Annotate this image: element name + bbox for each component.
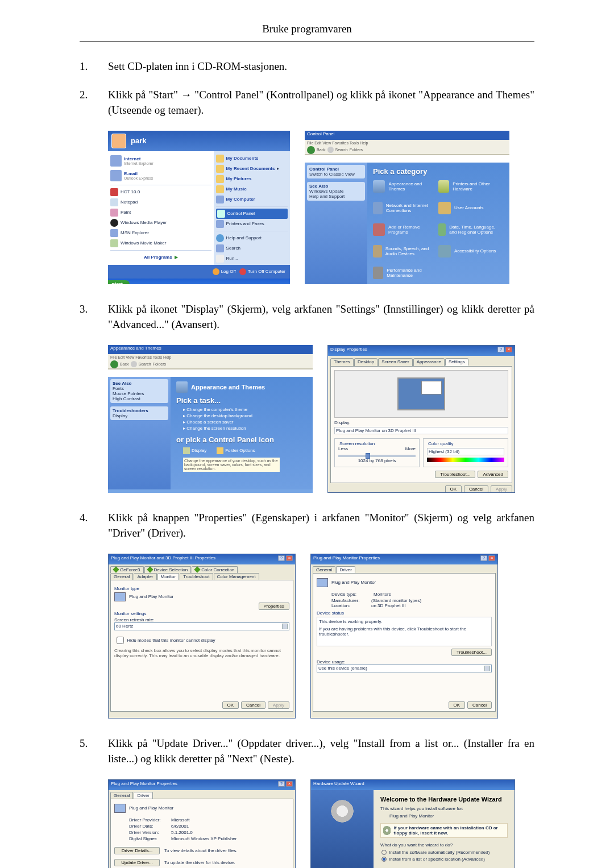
help-icon[interactable]: ?	[497, 347, 504, 352]
task-ss[interactable]: ▸ Choose a screen saver	[183, 420, 307, 425]
back-button-icon[interactable]	[307, 146, 315, 154]
start-item-printers[interactable]: Printers and Faxes	[216, 219, 288, 229]
device-usage-combo[interactable]: Use this device (enable)	[317, 665, 492, 672]
help-support-link[interactable]: Help and Support	[309, 194, 363, 199]
close-icon[interactable]: ×	[505, 347, 512, 352]
tab-troubleshoot[interactable]: Troubleshoot	[180, 573, 213, 580]
wizard-option-list[interactable]: Install from a list or specific location…	[381, 857, 508, 862]
start-button[interactable]: start	[108, 280, 130, 284]
start-item-notepad[interactable]: Notepad	[110, 197, 211, 207]
ok-button[interactable]: OK	[222, 701, 239, 709]
tab-geforce[interactable]: GeForce3	[110, 566, 144, 573]
category-datetime[interactable]: Date, Time, Language, and Regional Optio…	[438, 223, 504, 236]
start-item-control-panel[interactable]: Control Panel	[216, 209, 288, 219]
close-icon[interactable]: ×	[286, 555, 293, 561]
tab-driver[interactable]: Driver	[134, 792, 152, 799]
cancel-button[interactable]: Cancel	[464, 485, 488, 493]
tab-driver[interactable]: Driver	[336, 566, 355, 573]
tab-device-selection[interactable]: Device Selection	[144, 566, 192, 573]
monitor-icon	[114, 804, 126, 813]
category-performance[interactable]: Performance and Maintenance	[373, 267, 438, 279]
start-item-mypics[interactable]: My Pictures	[216, 174, 288, 184]
category-addremove[interactable]: Add or Remove Programs	[373, 223, 438, 236]
forward-button-icon[interactable]	[327, 147, 334, 153]
search-button[interactable]: Search	[335, 148, 348, 152]
category-network[interactable]: Network and Internet Connections	[373, 202, 438, 214]
task-res[interactable]: ▸ Change the screen resolution	[183, 426, 307, 431]
forward-button-icon[interactable]	[131, 361, 137, 367]
update-driver-button[interactable]: Update Driver...	[114, 859, 160, 866]
start-item-email[interactable]: E-mailOutlook Express	[110, 168, 211, 183]
tab-adapter[interactable]: Adapter	[134, 573, 156, 580]
driver-details-button[interactable]: Driver Details...	[114, 847, 160, 854]
cp-icon-folder-options[interactable]: Folder Options	[217, 447, 255, 454]
apply-button[interactable]: Apply	[268, 701, 289, 709]
start-item-wmp[interactable]: Windows Media Player	[110, 218, 211, 228]
start-item-help[interactable]: Help and Support	[216, 233, 288, 243]
turnoff-button[interactable]: Turn Off Computer	[239, 268, 285, 275]
tab-color-correction[interactable]: Color Correction	[192, 566, 238, 573]
start-item-msn[interactable]: MSN Explorer	[110, 228, 211, 238]
wizard-option-auto[interactable]: Install the software automatically (Reco…	[381, 850, 508, 855]
folders-button[interactable]: Folders	[350, 148, 363, 152]
tab-appearance[interactable]: Appearance	[413, 358, 445, 366]
resolution-slider[interactable]	[338, 455, 416, 457]
category-appearance[interactable]: Appearance and Themes	[373, 180, 438, 193]
start-item-run[interactable]: Run...	[216, 254, 288, 264]
start-item-paint[interactable]: Paint	[110, 207, 211, 218]
address-bar[interactable]	[305, 155, 509, 163]
switch-classic-link[interactable]: Switch to Classic View	[309, 172, 363, 177]
troubleshoot-button[interactable]: Troubleshoot...	[435, 471, 475, 478]
close-icon[interactable]: ×	[286, 781, 293, 787]
tab-screensaver[interactable]: Screen Saver	[378, 358, 412, 366]
start-item-search[interactable]: Search	[216, 243, 288, 254]
windows-update-link[interactable]: Windows Update	[309, 189, 363, 194]
window-buttons[interactable]: ?×	[497, 347, 512, 355]
tab-desktop[interactable]: Desktop	[354, 358, 377, 366]
start-item-movie[interactable]: Windows Movie Maker	[110, 238, 211, 248]
cancel-button[interactable]: Cancel	[241, 701, 265, 709]
color-quality-combo[interactable]: Highest (32 bit)	[427, 448, 504, 455]
apply-button[interactable]: Apply	[491, 485, 512, 493]
category-sounds[interactable]: Sounds, Speech, and Audio Devices	[373, 245, 438, 258]
logoff-button[interactable]: Log Off	[213, 268, 236, 275]
refresh-rate-combo[interactable]: 60 Hertz	[114, 622, 289, 630]
start-item-mycomp[interactable]: My Computer	[216, 194, 288, 205]
task-bg[interactable]: ▸ Change the desktop background	[183, 413, 307, 418]
category-users[interactable]: User Accounts	[438, 202, 504, 214]
properties-button[interactable]: Properties	[259, 603, 289, 610]
category-printers[interactable]: Printers and Other Hardware	[438, 180, 504, 193]
back-button-icon[interactable]	[110, 360, 118, 368]
help-icon[interactable]: ?	[278, 555, 285, 561]
tab-general[interactable]: General	[110, 573, 133, 580]
start-all-programs[interactable]: All Programs▶	[110, 252, 211, 263]
display-combo[interactable]: Plug and Play Monitor on 3D Prophet III	[334, 427, 508, 434]
start-item-internet[interactable]: InternetInternet Explorer	[110, 153, 211, 168]
cancel-button[interactable]: Cancel	[467, 701, 492, 709]
category-accessibility[interactable]: Accessibility Options	[438, 245, 504, 258]
tab-settings[interactable]: Settings	[445, 358, 468, 366]
ok-button[interactable]: OK	[449, 701, 466, 709]
ok-button[interactable]: OK	[445, 485, 462, 493]
advanced-button[interactable]: Advanced	[478, 471, 508, 478]
start-item-recent[interactable]: My Recent Documents▸	[216, 164, 288, 174]
start-item-mymusic[interactable]: My Music	[216, 184, 288, 194]
help-icon[interactable]: ?	[480, 555, 487, 561]
step-2-images: park InternetInternet Explorer E-mailOut…	[108, 131, 534, 284]
close-icon[interactable]: ×	[488, 555, 495, 561]
hide-modes-checkbox[interactable]	[117, 637, 124, 644]
help-icon[interactable]: ?	[278, 781, 285, 787]
tab-monitor[interactable]: Monitor	[157, 573, 180, 580]
address-bar[interactable]	[108, 369, 313, 377]
tab-general[interactable]: General	[313, 566, 335, 573]
chevron-down-icon	[282, 624, 288, 629]
tab-general[interactable]: General	[110, 792, 133, 799]
cp-icon-display[interactable]: Display	[183, 447, 206, 454]
tab-color-mgmt[interactable]: Color Management	[214, 573, 259, 580]
tab-themes[interactable]: Themes	[330, 358, 354, 366]
troubleshoot-button[interactable]: Troubleshoot...	[451, 649, 492, 656]
start-item-mydocs[interactable]: My Documents	[216, 153, 288, 164]
appearance-icon	[176, 381, 188, 393]
task-theme[interactable]: ▸ Change the computer's theme	[183, 407, 307, 412]
start-item-hct[interactable]: HCT 10.0	[110, 187, 211, 197]
